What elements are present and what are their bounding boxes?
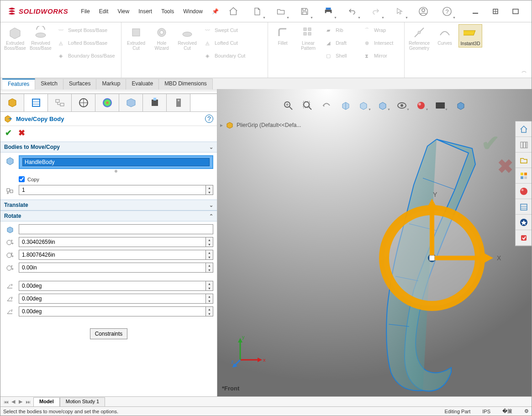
ribbon-collapse-icon[interactable]: ︿ xyxy=(521,67,527,75)
status-gear-icon[interactable]: ⚙ xyxy=(524,408,529,414)
tab-mbd-dimensions[interactable]: MBD Dimensions xyxy=(159,79,213,90)
apply-scene-icon[interactable]: ▼ xyxy=(435,99,448,112)
graphics-viewport[interactable]: ✔ ✖ ▼ ▼ ▼ ▼ ▼ ▸ PlierGrip (Default<<Defa… xyxy=(217,89,532,396)
tab-nav-prev[interactable]: ◀ xyxy=(10,399,17,405)
selected-body-item[interactable]: HandleBody xyxy=(22,158,210,166)
user-button[interactable] xyxy=(413,2,433,21)
rb-boundary-boss[interactable]: ◈Boundary Boss/Base xyxy=(54,50,118,62)
taskpane-appearances-icon[interactable] xyxy=(516,184,532,199)
taskpane-explorer-icon[interactable] xyxy=(516,153,532,168)
angle-y-input[interactable]: ▲▼ xyxy=(19,294,213,304)
rb-swept-boss[interactable]: 〰Swept Boss/Base xyxy=(54,24,118,36)
taskpane-extra-icon[interactable] xyxy=(516,230,532,246)
prev-view-icon[interactable] xyxy=(320,99,333,112)
display-style-icon[interactable]: ▼ xyxy=(378,99,390,112)
status-units[interactable]: IPS xyxy=(482,409,490,414)
zoom-area-icon[interactable] xyxy=(301,99,314,112)
select-tool-button[interactable]: ▼ xyxy=(390,2,410,21)
menu-view[interactable]: View xyxy=(113,6,134,16)
tab-features[interactable]: Features xyxy=(2,79,35,90)
pm-tab-appearances[interactable] xyxy=(95,94,119,111)
rb-shell[interactable]: ▢Shell xyxy=(322,50,358,62)
rb-hole-wizard[interactable]: Hole Wizard xyxy=(150,24,174,52)
spin-down[interactable]: ▼ xyxy=(206,190,213,195)
bodies-selection-box[interactable]: HandleBody xyxy=(19,155,213,169)
pm-tab-cam[interactable] xyxy=(143,94,167,111)
rb-lofted-cut[interactable]: ◬Lofted Cut xyxy=(201,37,265,49)
pm-help-icon[interactable]: ? xyxy=(205,115,213,123)
center-z-input[interactable]: ▲▼ xyxy=(19,263,213,273)
pm-tab-cam2[interactable] xyxy=(167,94,190,111)
tab-nav-next[interactable]: ▶ xyxy=(17,399,24,405)
rb-mirror[interactable]: ⧗Mirror xyxy=(360,50,401,62)
part-body-graphic[interactable]: Y X xyxy=(272,112,528,396)
rb-fillet[interactable]: Fillet xyxy=(271,24,295,47)
rb-instant3d[interactable]: Instant3D xyxy=(458,24,482,47)
tab-nav-first[interactable]: ⏮ xyxy=(2,399,10,405)
menu-tools[interactable]: Tools xyxy=(157,6,179,16)
menu-file[interactable]: File xyxy=(76,6,94,16)
spin-up[interactable]: ▲ xyxy=(206,185,213,190)
rb-wrap[interactable]: ⌒Wrap xyxy=(360,24,401,36)
rb-revolved-boss[interactable]: Revolved Boss/Base xyxy=(29,24,53,52)
copy-checkbox[interactable] xyxy=(19,176,25,182)
pm-tab-display[interactable] xyxy=(119,94,143,111)
rb-draft[interactable]: ◢Draft xyxy=(322,37,358,49)
pm-ok-button[interactable]: ✔ xyxy=(5,128,12,138)
tab-markup[interactable]: Markup xyxy=(96,79,126,90)
bottom-tab-model[interactable]: Model xyxy=(33,397,60,406)
rb-intersect[interactable]: ⊗Intersect xyxy=(360,37,401,49)
tab-nav-last[interactable]: ⏭ xyxy=(24,399,32,405)
pm-tab-config[interactable] xyxy=(48,94,72,111)
bottom-tab-motion-study[interactable]: Motion Study 1 xyxy=(60,397,105,406)
rb-reference-geometry[interactable]: Reference Geometry xyxy=(407,24,431,52)
rb-lofted-boss[interactable]: ◬Lofted Boss/Base xyxy=(54,37,118,49)
center-y-input[interactable]: ▲▼ xyxy=(19,250,213,260)
angle-z-input[interactable]: ▲▼ xyxy=(19,306,213,316)
pm-cancel-button[interactable]: ✖ xyxy=(18,128,25,138)
print-button[interactable]: ▼ xyxy=(318,2,338,21)
rb-boundary-cut[interactable]: ◈Boundary Cut xyxy=(201,50,265,62)
redo-button[interactable]: ▼ xyxy=(366,2,386,21)
section-bodies-header[interactable]: Bodies to Move/Copy ⌄ xyxy=(0,142,217,153)
rb-swept-cut[interactable]: 〰Swept Cut xyxy=(201,24,265,36)
status-extra-icon[interactable]: �簾 xyxy=(502,408,512,415)
pm-tab-dimxpert[interactable] xyxy=(72,94,95,111)
pm-tab-property-manager[interactable] xyxy=(24,94,48,111)
zoom-fit-icon[interactable] xyxy=(282,99,295,112)
maximize-button[interactable] xyxy=(506,2,526,21)
rotate-reference-input[interactable] xyxy=(19,224,213,234)
close-button[interactable] xyxy=(526,2,532,21)
constraints-button[interactable]: Constraints xyxy=(90,328,128,339)
tab-evaluate[interactable]: Evaluate xyxy=(126,79,159,90)
taskpane-view-palette-icon[interactable] xyxy=(516,168,532,184)
view-settings-icon[interactable] xyxy=(454,99,467,112)
taskpane-home-icon[interactable] xyxy=(516,121,532,137)
rb-linear-pattern[interactable]: Linear Pattern xyxy=(296,24,320,52)
tab-sketch[interactable]: Sketch xyxy=(35,79,63,90)
taskpane-library-icon[interactable] xyxy=(516,137,532,153)
hide-show-icon[interactable]: ▼ xyxy=(397,99,410,112)
orientation-triad[interactable]: x y z xyxy=(231,332,268,369)
taskpane-properties-icon[interactable] xyxy=(516,199,532,215)
rb-rib[interactable]: ▰Rib xyxy=(322,24,358,36)
center-x-input[interactable]: ▲▼ xyxy=(19,237,213,247)
help-button[interactable]: ?▼ xyxy=(437,2,457,21)
menu-pin-icon[interactable]: 📌 xyxy=(207,6,223,16)
undo-button[interactable]: ▼ xyxy=(342,2,362,21)
open-button[interactable]: ▼ xyxy=(271,2,291,21)
pm-tab-feature-tree[interactable] xyxy=(0,94,24,111)
menu-window[interactable]: Window xyxy=(179,6,207,16)
menu-insert[interactable]: Insert xyxy=(134,6,157,16)
restore-button[interactable] xyxy=(485,2,506,21)
copies-count-input[interactable]: ▲▼ xyxy=(19,185,213,195)
home-button[interactable] xyxy=(223,2,243,21)
rb-revolved-cut[interactable]: Revolved Cut xyxy=(175,24,199,52)
section-rotate-header[interactable]: Rotate ⌃ xyxy=(0,211,217,221)
new-doc-button[interactable]: ▼ xyxy=(247,2,267,21)
angle-x-input[interactable]: ▲▼ xyxy=(19,281,213,291)
view-orientation-icon[interactable]: ▼ xyxy=(358,99,371,112)
crumb-expand-icon[interactable]: ▸ xyxy=(220,122,223,128)
section-view-icon[interactable] xyxy=(339,99,352,112)
taskpane-forum-icon[interactable] xyxy=(516,215,532,230)
